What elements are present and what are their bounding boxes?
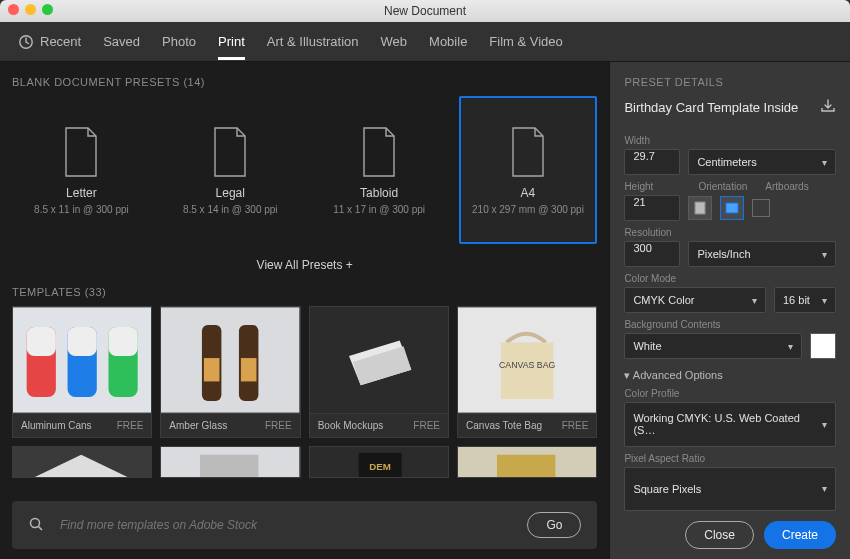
colormode-value: CMYK Color: [633, 294, 694, 306]
template-price: FREE: [413, 414, 440, 437]
chevron-down-icon: ▾: [752, 295, 757, 306]
svg-point-28: [31, 518, 40, 527]
presets-section-header: BLANK DOCUMENT PRESETS (14): [12, 76, 597, 88]
create-button[interactable]: Create: [764, 521, 836, 549]
template-card[interactable]: DEM: [309, 446, 449, 478]
close-button[interactable]: Close: [685, 521, 754, 549]
preset-details-panel: PRESET DETAILS Birthday Card Template In…: [609, 62, 850, 559]
templates-grid-row2: DEM: [12, 446, 597, 478]
category-tabs: Recent Saved Photo Print Art & Illustrat…: [0, 22, 850, 62]
orientation-label: Orientation: [698, 181, 747, 192]
preset-legal[interactable]: Legal 8.5 x 14 in @ 300 ppi: [161, 96, 300, 244]
resolution-units-value: Pixels/Inch: [697, 248, 750, 260]
titlebar: New Document: [0, 0, 850, 22]
template-card[interactable]: Aluminum Cans Moc… FREE: [12, 306, 152, 438]
template-thumb: CANVAS BAG: [458, 307, 596, 413]
template-card[interactable]: [457, 446, 597, 478]
height-input[interactable]: 21: [624, 195, 680, 221]
tab-print[interactable]: Print: [218, 23, 245, 60]
svg-rect-30: [695, 202, 705, 214]
template-card[interactable]: Amber Glass Bottles… FREE: [160, 306, 300, 438]
svg-rect-7: [108, 327, 137, 356]
bitdepth-value: 16 bit: [783, 294, 810, 306]
presets-section-count: (14): [183, 76, 205, 88]
window-controls: [8, 4, 53, 15]
background-value: White: [633, 340, 661, 352]
preset-spec: 11 x 17 in @ 300 ppi: [333, 204, 425, 215]
artboards-checkbox[interactable]: [752, 199, 770, 217]
preset-spec: 8.5 x 14 in @ 300 ppi: [183, 204, 278, 215]
presets-grid: Letter 8.5 x 11 in @ 300 ppi Legal 8.5 x…: [12, 96, 597, 244]
svg-rect-27: [497, 455, 555, 478]
colormode-select[interactable]: CMYK Color ▾: [624, 287, 766, 313]
preset-letter[interactable]: Letter 8.5 x 11 in @ 300 ppi: [12, 96, 151, 244]
templates-section-count: (33): [85, 286, 107, 298]
orientation-landscape-button[interactable]: [720, 196, 744, 220]
presets-pane: BLANK DOCUMENT PRESETS (14) Letter 8.5 x…: [0, 62, 609, 559]
units-value: Centimeters: [697, 156, 756, 168]
bitdepth-select[interactable]: 16 bit ▾: [774, 287, 836, 313]
preset-a4[interactable]: A4 210 x 297 mm @ 300 ppi: [459, 96, 598, 244]
tab-photo[interactable]: Photo: [162, 23, 196, 60]
preset-name-field[interactable]: Birthday Card Template Inside: [624, 100, 798, 115]
templates-grid: Aluminum Cans Moc… FREE Amber Glass: [12, 306, 597, 438]
height-label: Height: [624, 181, 680, 192]
units-select[interactable]: Centimeters ▾: [688, 149, 836, 175]
stock-search-input[interactable]: [58, 517, 513, 533]
save-preset-icon[interactable]: [820, 98, 836, 117]
template-name: Amber Glass Bottles…: [169, 414, 265, 437]
template-card[interactable]: Book Mockups FREE: [309, 306, 449, 438]
background-select[interactable]: White ▾: [624, 333, 802, 359]
resolution-input[interactable]: 300: [624, 241, 680, 267]
template-name: Book Mockups: [318, 414, 384, 437]
colormode-label: Color Mode: [624, 273, 836, 284]
zoom-window-icon[interactable]: [42, 4, 53, 15]
tab-mobile[interactable]: Mobile: [429, 23, 467, 60]
template-card[interactable]: [160, 446, 300, 478]
template-thumb: [310, 307, 448, 413]
width-input[interactable]: 29.7: [624, 149, 680, 175]
color-profile-value: Working CMYK: U.S. Web Coated (S…: [633, 412, 816, 436]
resolution-label: Resolution: [624, 227, 836, 238]
tab-recent[interactable]: Recent: [40, 23, 81, 60]
tab-saved[interactable]: Saved: [103, 23, 140, 60]
document-icon: [209, 126, 251, 178]
chevron-down-icon: ▾: [822, 295, 827, 306]
svg-rect-12: [241, 358, 257, 381]
tab-art[interactable]: Art & Illustration: [267, 23, 359, 60]
stock-search-go-button[interactable]: Go: [527, 512, 581, 538]
svg-rect-8: [161, 307, 299, 412]
preset-tabloid[interactable]: Tabloid 11 x 17 in @ 300 ppi: [310, 96, 449, 244]
pixel-aspect-select[interactable]: Square Pixels ▾: [624, 467, 836, 512]
view-all-presets[interactable]: View All Presets +: [12, 258, 597, 272]
background-label: Background Contents: [624, 319, 836, 330]
minimize-window-icon[interactable]: [25, 4, 36, 15]
recent-icon: [18, 34, 34, 50]
chevron-down-icon: ▾: [822, 157, 827, 168]
preset-name: Legal: [216, 186, 245, 200]
template-thumb: [13, 307, 151, 413]
color-profile-label: Color Profile: [624, 388, 836, 399]
tab-web[interactable]: Web: [381, 23, 408, 60]
background-swatch[interactable]: [810, 333, 836, 359]
preset-name: A4: [521, 186, 536, 200]
template-price: FREE: [265, 414, 292, 437]
template-name: Canvas Tote Bag Mo…: [466, 414, 562, 437]
tab-film[interactable]: Film & Video: [489, 23, 562, 60]
artboards-label: Artboards: [765, 181, 808, 192]
template-thumb: [161, 307, 299, 413]
search-icon: [28, 516, 44, 535]
template-card[interactable]: CANVAS BAG Canvas Tote Bag Mo… FREE: [457, 306, 597, 438]
preset-spec: 8.5 x 11 in @ 300 ppi: [34, 204, 129, 215]
template-card[interactable]: [12, 446, 152, 478]
template-price: FREE: [562, 414, 589, 437]
preset-name: Tabloid: [360, 186, 398, 200]
resolution-units-select[interactable]: Pixels/Inch ▾: [688, 241, 836, 267]
color-profile-select[interactable]: Working CMYK: U.S. Web Coated (S… ▾: [624, 402, 836, 447]
templates-section-header: TEMPLATES (33): [12, 286, 597, 298]
orientation-portrait-button[interactable]: [688, 196, 712, 220]
svg-rect-5: [68, 327, 97, 356]
advanced-options-toggle[interactable]: Advanced Options: [624, 369, 836, 382]
close-window-icon[interactable]: [8, 4, 19, 15]
template-price: FREE: [117, 414, 144, 437]
